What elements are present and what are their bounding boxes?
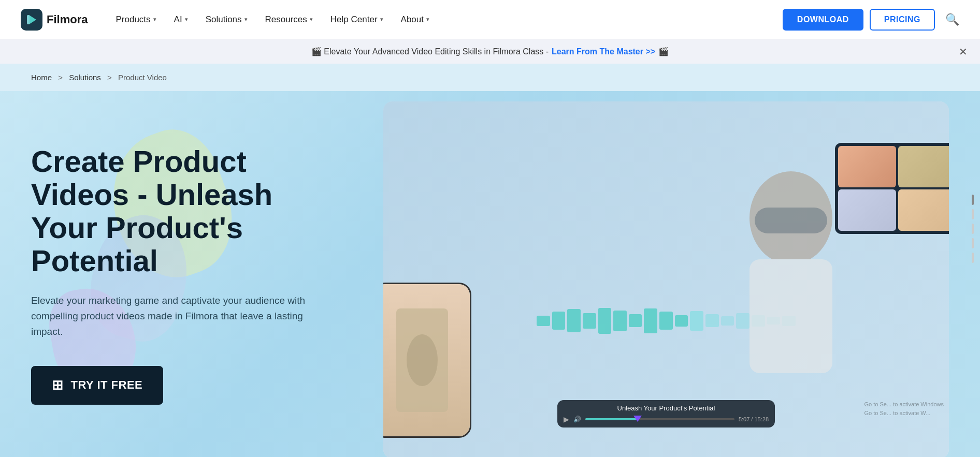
vr-mockup: Unleash Your Product's Potential ▶ 🔊 5:0… [383, 101, 949, 457]
logo-text: Filmora [47, 13, 88, 26]
activate-windows-watermark: Go to Se... to activate Windows Go to Se… [864, 400, 944, 417]
nav-item-solutions[interactable]: Solutions ▾ [198, 10, 255, 29]
play-icon[interactable]: ▶ [564, 415, 569, 423]
svg-rect-1 [27, 15, 30, 24]
video-progress-bar[interactable] [585, 418, 734, 420]
pricing-button[interactable]: PRICING [870, 9, 935, 31]
navbar: Filmora Products ▾ AI ▾ Solutions ▾ Reso… [0, 0, 980, 39]
breadcrumb-separator: > [58, 73, 63, 82]
banner-suffix: 🎬 [658, 47, 669, 56]
chevron-down-icon: ▾ [244, 16, 248, 23]
nav-item-resources[interactable]: Resources ▾ [258, 10, 320, 29]
video-controls: ▶ 🔊 5:07 / 15:28 [564, 415, 769, 423]
logo[interactable]: Filmora [21, 9, 88, 31]
video-cursor [633, 416, 642, 422]
nav-items: Products ▾ AI ▾ Solutions ▾ Resources ▾ … [108, 10, 782, 29]
thumbnail-4 [898, 189, 949, 231]
thumbnail-1 [838, 146, 896, 187]
breadcrumb-separator-2: > [107, 73, 112, 82]
svg-point-6 [407, 334, 438, 386]
hero-subtitle: Elevate your marketing game and captivat… [31, 293, 316, 340]
breadcrumb-current: Product Video [118, 73, 167, 82]
search-icon[interactable]: 🔍 [945, 13, 959, 26]
nav-actions: DOWNLOAD PRICING 🔍 [783, 9, 959, 31]
try-it-free-button[interactable]: ⊞ TRY IT FREE [31, 366, 163, 405]
breadcrumb-solutions[interactable]: Solutions [69, 73, 101, 82]
thumbnail-grid [835, 143, 949, 234]
hero-title: Create Product Videos - Unleash Your Pro… [31, 145, 321, 277]
chevron-down-icon: ▾ [153, 16, 156, 23]
thumbnail-2 [898, 146, 949, 187]
banner-prefix: 🎬 Elevate Your Advanced Video Editing Sk… [311, 47, 549, 56]
video-timestamp: 5:07 / 15:28 [739, 416, 769, 422]
breadcrumb-home[interactable]: Home [31, 73, 52, 82]
try-it-free-label: TRY IT FREE [71, 378, 143, 392]
breadcrumb: Home > Solutions > Product Video [0, 64, 980, 91]
svg-rect-4 [755, 208, 827, 233]
announcement-banner: 🎬 Elevate Your Advanced Video Editing Sk… [0, 39, 980, 64]
logo-icon [21, 9, 42, 31]
video-player[interactable]: Unleash Your Product's Potential ▶ 🔊 5:0… [557, 400, 775, 427]
banner-link[interactable]: Learn From The Master >> [552, 47, 655, 56]
thumbnail-3 [838, 189, 896, 231]
hero-left: Create Product Videos - Unleash Your Pro… [0, 91, 352, 457]
chevron-down-icon: ▾ [185, 16, 188, 23]
video-progress-fill [585, 418, 638, 420]
windows-icon: ⊞ [52, 377, 64, 393]
close-icon[interactable]: ✕ [959, 46, 968, 58]
nav-item-products[interactable]: Products ▾ [108, 10, 163, 29]
nav-item-helpcenter[interactable]: Help Center ▾ [323, 10, 391, 29]
volume-icon[interactable]: 🔊 [573, 416, 581, 423]
svg-rect-3 [750, 259, 832, 373]
hero-right: ⭐ ⭐ ⭐ [352, 91, 980, 457]
chevron-down-icon: ▾ [310, 16, 313, 23]
download-button[interactable]: DOWNLOAD [783, 9, 863, 31]
video-title: Unleash Your Product's Potential [564, 404, 769, 412]
chevron-down-icon: ▾ [426, 16, 429, 23]
nav-item-about[interactable]: About ▾ [394, 10, 437, 29]
phone-mockup [383, 283, 471, 438]
phone-content [383, 284, 470, 436]
svg-marker-0 [29, 15, 36, 24]
nav-item-ai[interactable]: AI ▾ [167, 10, 195, 29]
hero-section: Create Product Videos - Unleash Your Pro… [0, 91, 980, 457]
chevron-down-icon: ▾ [380, 16, 383, 23]
